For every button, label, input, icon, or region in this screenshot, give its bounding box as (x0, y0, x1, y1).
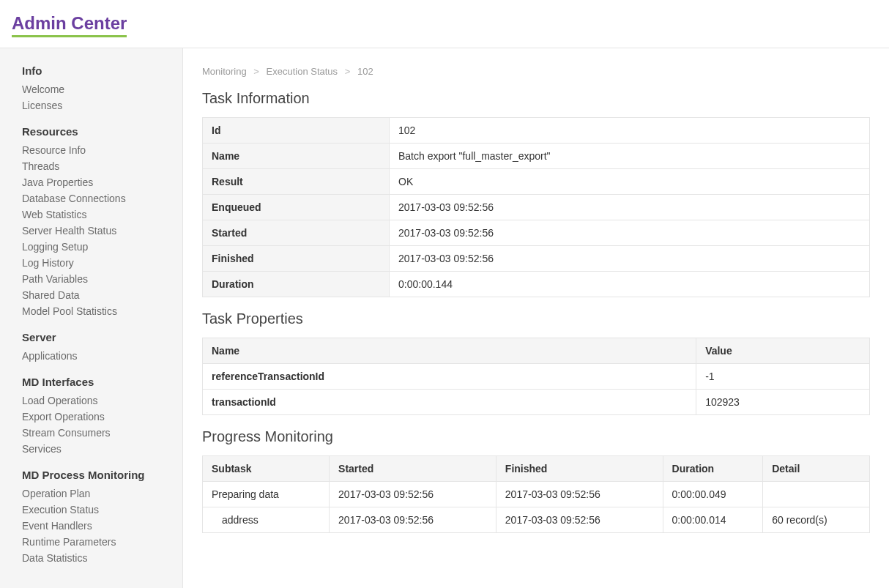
field-value: OK (390, 169, 870, 195)
field-value: 2017-03-03 09:52:56 (390, 195, 870, 220)
field-value: 0:00:00.144 (390, 272, 870, 297)
sidebar-item[interactable]: Server Health Status (0, 223, 182, 239)
field-label: Result (203, 169, 390, 195)
sidebar-item[interactable]: Shared Data (0, 287, 182, 303)
sidebar-item[interactable]: Export Operations (0, 409, 182, 425)
task-information-title: Task Information (202, 90, 870, 107)
cell-subtask: address (203, 507, 330, 533)
breadcrumb-monitoring[interactable]: Monitoring (202, 66, 247, 77)
column-header-finished: Finished (496, 456, 663, 482)
table-row: address2017-03-03 09:52:562017-03-03 09:… (203, 507, 870, 533)
sidebar-item[interactable]: Operation Plan (0, 485, 182, 502)
field-label: Name (203, 144, 390, 169)
field-label: Finished (203, 246, 390, 272)
sidebar-item[interactable]: Log History (0, 255, 182, 271)
sidebar-item[interactable]: Database Connections (0, 190, 182, 206)
sidebar-item[interactable]: Threads (0, 158, 182, 174)
field-value: 2017-03-03 09:52:56 (390, 220, 870, 246)
sidebar-item[interactable]: Applications (0, 348, 182, 364)
breadcrumb-id: 102 (357, 66, 373, 77)
table-row: Started2017-03-03 09:52:56 (203, 220, 870, 246)
progress-monitoring-title: Progress Monitoring (202, 428, 870, 445)
table-row: Duration0:00:00.144 (203, 272, 870, 297)
column-header-detail: Detail (763, 456, 870, 482)
cell-subtask: Preparing data (203, 482, 330, 507)
field-value: Batch export "full_master_export" (390, 144, 870, 169)
sidebar-item[interactable]: Path Variables (0, 271, 182, 287)
task-properties-title: Task Properties (202, 310, 870, 327)
field-label: Id (203, 118, 390, 144)
table-row: NameBatch export "full_master_export" (203, 144, 870, 169)
sidebar-item[interactable]: Event Handlers (0, 518, 182, 534)
sidebar-item[interactable]: Resource Info (0, 142, 182, 158)
sidebar-item[interactable]: Web Statistics (0, 206, 182, 223)
column-header-value: Value (696, 338, 870, 364)
cell-finished: 2017-03-03 09:52:56 (496, 482, 663, 507)
table-row: Preparing data2017-03-03 09:52:562017-03… (203, 482, 870, 507)
cell-started: 2017-03-03 09:52:56 (330, 507, 496, 533)
field-label: Enqueued (203, 195, 390, 220)
field-value: 2017-03-03 09:52:56 (390, 246, 870, 272)
sidebar-section-title: Resources (0, 121, 182, 142)
header: Admin Center (0, 0, 889, 43)
field-value: 102 (390, 118, 870, 144)
column-header-subtask: Subtask (203, 456, 330, 482)
sidebar-section-title: Server (0, 327, 182, 348)
task-properties-table: Name Value referenceTransactionId-1trans… (202, 338, 870, 415)
column-header-duration: Duration (663, 456, 763, 482)
sidebar-item[interactable]: Stream Consumers (0, 425, 182, 441)
table-row: referenceTransactionId-1 (203, 364, 870, 390)
table-row: ResultOK (203, 169, 870, 195)
task-information-table: Id102 NameBatch export "full_master_expo… (202, 117, 870, 297)
table-row: Finished2017-03-03 09:52:56 (203, 246, 870, 272)
sidebar-item[interactable]: Licenses (0, 97, 182, 113)
cell-detail: 60 record(s) (763, 507, 870, 533)
sidebar-section-title: MD Interfaces (0, 371, 182, 392)
cell-started: 2017-03-03 09:52:56 (330, 482, 496, 507)
property-name: transactionId (203, 390, 696, 415)
progress-monitoring-table: Subtask Started Finished Duration Detail… (202, 455, 870, 533)
breadcrumb-execution-status[interactable]: Execution Status (267, 66, 338, 77)
table-row: transactionId102923 (203, 390, 870, 415)
sidebar-item[interactable]: Model Pool Statistics (0, 303, 182, 319)
column-header-name: Name (203, 338, 696, 364)
sidebar-item[interactable]: Java Properties (0, 174, 182, 190)
cell-detail (763, 482, 870, 507)
sidebar-item[interactable]: Logging Setup (0, 239, 182, 255)
cell-duration: 0:00:00.014 (663, 507, 763, 533)
property-value: 102923 (696, 390, 870, 415)
property-value: -1 (696, 364, 870, 390)
sidebar-item[interactable]: Welcome (0, 81, 182, 97)
table-row: Enqueued2017-03-03 09:52:56 (203, 195, 870, 220)
main-content: Monitoring > Execution Status > 102 Task… (183, 48, 889, 588)
page-title: Admin Center (12, 13, 127, 37)
sidebar-item[interactable]: Runtime Parameters (0, 534, 182, 550)
chevron-right-icon: > (345, 66, 351, 77)
sidebar-item[interactable]: Execution Status (0, 502, 182, 518)
table-row: Id102 (203, 118, 870, 144)
sidebar-item[interactable]: Load Operations (0, 392, 182, 409)
column-header-started: Started (330, 456, 496, 482)
field-label: Started (203, 220, 390, 246)
property-name: referenceTransactionId (203, 364, 696, 390)
sidebar-section-title: Info (0, 60, 182, 81)
sidebar: InfoWelcomeLicensesResourcesResource Inf… (0, 48, 183, 588)
cell-duration: 0:00:00.049 (663, 482, 763, 507)
sidebar-section-title: MD Process Monitoring (0, 464, 182, 485)
chevron-right-icon: > (253, 66, 259, 77)
cell-finished: 2017-03-03 09:52:56 (496, 507, 663, 533)
field-label: Duration (203, 272, 390, 297)
sidebar-item[interactable]: Services (0, 441, 182, 457)
sidebar-item[interactable]: Data Statistics (0, 550, 182, 566)
breadcrumb: Monitoring > Execution Status > 102 (202, 66, 870, 77)
